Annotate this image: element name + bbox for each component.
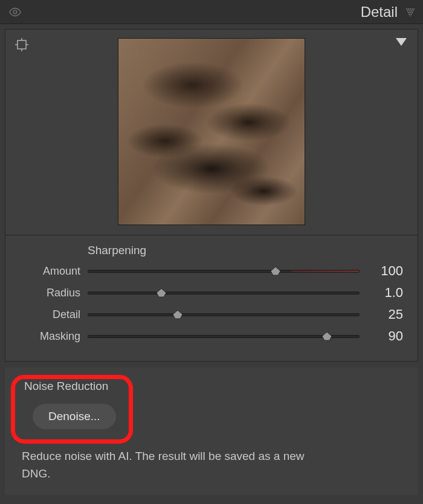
svg-point-6 [407,10,408,11]
svg-point-2 [408,8,409,10]
amount-slider[interactable] [88,265,360,277]
radius-slider-row: Radius 1.0 [20,285,403,301]
svg-point-8 [411,10,412,11]
masking-slider-row: Masking 90 [20,328,403,344]
noise-reduction-section: Noise Reduction Denoise... Reduce noise … [5,368,418,495]
svg-point-5 [413,8,415,10]
detail-slider-row: Detail 25 [20,307,403,322]
slider-thumb-icon[interactable] [321,331,332,341]
svg-point-4 [412,8,413,10]
slider-thumb-icon[interactable] [270,266,281,276]
svg-point-13 [409,14,410,15]
panel-menu-icon[interactable] [406,8,415,16]
svg-point-15 [410,16,411,16]
svg-point-10 [408,12,409,13]
detail-value[interactable]: 25 [367,307,403,322]
detail-slider[interactable] [88,308,360,321]
detail-label: Detail [20,308,80,321]
svg-point-0 [13,10,17,14]
radius-value[interactable]: 1.0 [367,285,403,301]
svg-point-11 [410,12,411,13]
radius-label: Radius [20,287,80,299]
masking-slider[interactable] [88,330,360,342]
svg-point-1 [406,8,407,10]
noise-reduction-description: Reduce noise with AI. The result will be… [22,447,324,483]
svg-point-9 [413,10,414,11]
svg-rect-16 [18,40,26,49]
sharpening-heading: Sharpening [88,244,403,257]
svg-point-7 [409,10,410,11]
visibility-eye-icon[interactable] [8,5,22,19]
detail-preview-image[interactable] [118,38,305,225]
noise-reduction-heading: Noise Reduction [24,380,404,393]
amount-value[interactable]: 100 [367,263,403,279]
svg-point-3 [410,8,411,10]
denoise-button[interactable]: Denoise... [33,404,116,429]
detail-preview-section [5,29,418,235]
masking-label: Masking [20,330,80,343]
collapse-triangle-icon[interactable] [396,38,407,46]
svg-point-12 [412,12,413,13]
panel-title[interactable]: Detail [361,4,398,21]
slider-thumb-icon[interactable] [172,310,183,319]
radius-slider[interactable] [88,287,360,299]
amount-slider-row: Amount 100 [20,263,403,279]
svg-point-14 [411,14,412,15]
sharpening-section: Sharpening Amount 100 Radius 1.0 Detail [5,235,418,362]
detail-panel-header: Detail [0,0,423,24]
slider-thumb-icon[interactable] [156,288,167,298]
zoom-target-icon[interactable] [15,38,28,54]
amount-label: Amount [20,265,80,278]
masking-value[interactable]: 90 [367,328,403,344]
